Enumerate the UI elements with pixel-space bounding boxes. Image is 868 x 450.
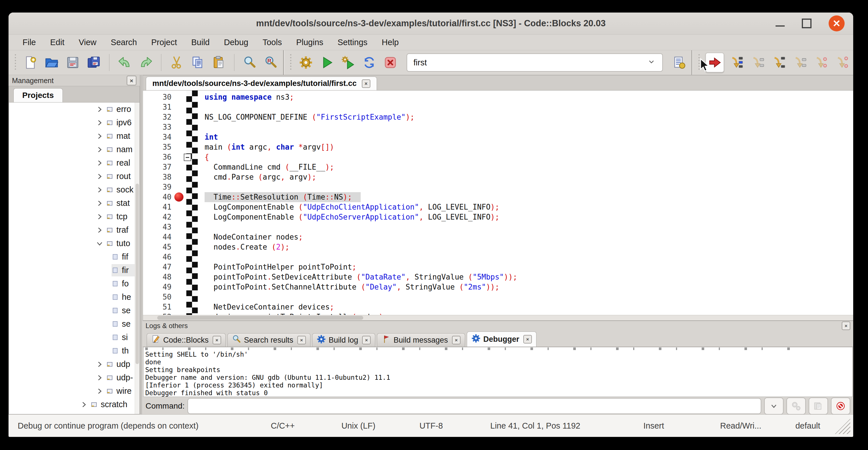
line-number[interactable]: 51 <box>143 302 175 312</box>
cut-button[interactable] <box>168 53 185 72</box>
menu-help[interactable]: Help <box>375 38 406 47</box>
tree-item-real[interactable]: real <box>9 156 140 170</box>
tree-item-nam[interactable]: nam <box>9 143 140 156</box>
chevron-right-icon[interactable] <box>96 387 103 395</box>
save-button[interactable] <box>64 53 82 72</box>
tree-item-se[interactable]: se <box>9 317 140 331</box>
tab-close-icon[interactable]: × <box>213 336 221 344</box>
step-out-button[interactable] <box>791 53 809 72</box>
editor-tab-first-cc[interactable]: mnt/dev/tools/source/ns-3-dev/examples/t… <box>146 77 377 90</box>
command-input[interactable] <box>187 398 761 414</box>
chevron-right-icon[interactable] <box>96 227 103 234</box>
line-number[interactable]: 42 <box>143 212 175 222</box>
tree-item-tuto[interactable]: tuto <box>9 237 140 250</box>
tree-item-tcp[interactable]: tcp <box>9 210 140 223</box>
redo-button[interactable] <box>137 53 155 72</box>
menu-tools[interactable]: Tools <box>255 38 289 47</box>
line-number[interactable]: 52 <box>143 312 175 315</box>
debug-continue-button[interactable] <box>705 53 724 72</box>
line-number[interactable]: 35 <box>143 142 175 152</box>
build-and-run-button[interactable] <box>339 53 357 72</box>
menu-file[interactable]: File <box>16 38 43 47</box>
project-tree[interactable]: erroipv6matnamrealroutsockstattcptraftut… <box>8 102 140 414</box>
line-number[interactable]: 40 <box>143 192 175 202</box>
chevron-right-icon[interactable] <box>80 414 88 415</box>
minimize-icon[interactable] <box>776 25 785 27</box>
line-number[interactable]: 37 <box>143 162 175 172</box>
abort-build-button[interactable] <box>381 53 399 72</box>
tab-projects[interactable]: Projects <box>13 88 63 102</box>
log-tab-build-messages[interactable]: Build messages× <box>377 333 465 347</box>
log-tab-code-blocks[interactable]: Code::Blocks× <box>147 333 226 347</box>
breakpoint-marker[interactable] <box>174 192 183 202</box>
editor-tab-close-icon[interactable]: × <box>362 79 370 88</box>
tab-close-icon[interactable]: × <box>523 335 532 343</box>
stop-debugger-button[interactable] <box>831 397 850 415</box>
line-number[interactable]: 36 <box>143 152 175 162</box>
chevron-right-icon[interactable] <box>96 132 103 140</box>
chevron-right-icon[interactable] <box>96 186 103 193</box>
chevron-right-icon[interactable] <box>80 401 88 408</box>
copy-log-button[interactable] <box>809 397 828 415</box>
line-number[interactable]: 38 <box>143 172 175 182</box>
next-instruction-button[interactable] <box>812 53 830 72</box>
tree-item-mat[interactable]: mat <box>9 129 140 143</box>
menu-edit[interactable]: Edit <box>43 38 72 47</box>
tree-item-traf[interactable]: traf <box>9 223 140 237</box>
tab-close-icon[interactable]: × <box>362 336 371 344</box>
resize-grip[interactable] <box>835 419 850 434</box>
line-number[interactable]: 50 <box>143 292 175 302</box>
close-icon[interactable]: ✕ <box>829 16 845 31</box>
tree-scrollbar[interactable] <box>135 102 140 414</box>
menu-build[interactable]: Build <box>184 38 217 47</box>
build-button[interactable] <box>297 53 315 72</box>
chevron-right-icon[interactable] <box>96 146 103 153</box>
tree-item-erro[interactable]: erro <box>9 102 140 116</box>
tree-item-sock[interactable]: sock <box>9 183 140 197</box>
menu-plugins[interactable]: Plugins <box>289 38 331 47</box>
line-number[interactable]: 31 <box>143 102 175 112</box>
line-number[interactable]: 49 <box>143 282 175 292</box>
debug-settings-button[interactable] <box>786 397 806 415</box>
line-number[interactable]: 43 <box>143 222 175 232</box>
tree-item-stat[interactable]: stat <box>9 197 140 210</box>
save-all-button[interactable] <box>85 53 103 72</box>
compile-target-combo[interactable]: first <box>407 53 663 72</box>
line-number[interactable]: 44 <box>143 232 175 242</box>
chevron-right-icon[interactable] <box>96 173 103 180</box>
chevron-down-icon[interactable] <box>647 57 656 68</box>
tree-item-rout[interactable]: rout <box>9 170 140 183</box>
maximize-icon[interactable] <box>802 19 811 28</box>
tab-close-icon[interactable]: × <box>297 336 306 344</box>
tree-item-se[interactable]: se <box>9 304 140 317</box>
tree-item-udp-[interactable]: udp- <box>9 371 140 384</box>
management-close-icon[interactable]: × <box>127 76 136 85</box>
code-editor-surface[interactable]: 30using namespace ns3;3132NS_LOG_COMPONE… <box>143 91 853 315</box>
chevron-right-icon[interactable] <box>96 361 103 368</box>
tree-item-ipv6[interactable]: ipv6 <box>9 116 140 129</box>
tree-item-th[interactable]: th <box>9 344 140 358</box>
editor-hscrollbar[interactable] <box>143 315 853 320</box>
tree-item-udp[interactable]: udp <box>9 358 140 371</box>
step-into-button[interactable] <box>770 53 787 72</box>
tab-close-icon[interactable]: × <box>452 336 461 344</box>
line-number[interactable]: 30 <box>143 92 175 102</box>
line-number[interactable]: 48 <box>143 272 175 282</box>
line-number[interactable]: 47 <box>143 262 175 272</box>
line-number[interactable]: 32 <box>143 112 175 122</box>
tree-item-fo[interactable]: fo <box>9 277 140 290</box>
tree-item-src[interactable]: src <box>9 411 140 414</box>
logs-close-icon[interactable]: × <box>842 322 850 330</box>
chevron-right-icon[interactable] <box>96 200 103 207</box>
line-number[interactable]: 45 <box>143 242 175 252</box>
log-tab-search-results[interactable]: Search results× <box>227 333 310 347</box>
tree-item-fif[interactable]: fif <box>9 250 140 264</box>
menu-search[interactable]: Search <box>103 38 144 47</box>
menu-project[interactable]: Project <box>144 38 184 47</box>
line-number[interactable]: 33 <box>143 122 175 132</box>
undo-button[interactable] <box>116 53 133 72</box>
run-to-cursor-button[interactable] <box>727 53 745 72</box>
open-file-button[interactable] <box>43 53 61 72</box>
line-number[interactable]: 39 <box>143 182 175 192</box>
next-line-button[interactable] <box>749 53 767 72</box>
